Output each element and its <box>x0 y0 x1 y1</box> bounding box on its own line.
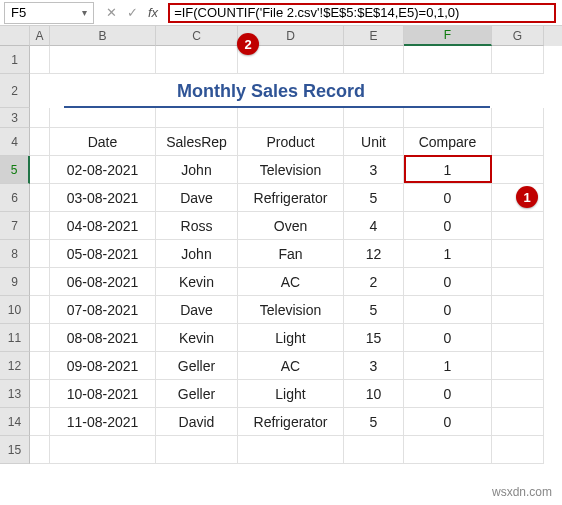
col-unit[interactable]: Unit <box>344 128 404 156</box>
check-icon[interactable]: ✓ <box>127 5 138 20</box>
cell-date[interactable] <box>50 436 156 464</box>
cell-compare[interactable]: 0 <box>404 324 492 352</box>
col-c[interactable]: C <box>156 26 238 46</box>
cell-unit[interactable]: 5 <box>344 408 404 436</box>
cell-unit[interactable]: 12 <box>344 240 404 268</box>
col-f[interactable]: F <box>404 26 492 46</box>
cell-unit[interactable]: 3 <box>344 156 404 184</box>
cell-rep[interactable]: Dave <box>156 184 238 212</box>
cell-rep[interactable]: Geller <box>156 352 238 380</box>
col-b[interactable]: B <box>50 26 156 46</box>
row-header[interactable]: 12 <box>0 352 30 380</box>
row-header[interactable]: 2 <box>0 74 30 108</box>
cell-empty[interactable] <box>492 212 544 240</box>
cell-rep[interactable] <box>156 436 238 464</box>
fx-icon[interactable]: fx <box>148 5 158 20</box>
cell-empty[interactable] <box>30 352 50 380</box>
cell-empty[interactable] <box>492 156 544 184</box>
cell-rep[interactable]: Kevin <box>156 324 238 352</box>
cell-empty[interactable] <box>30 436 50 464</box>
cell-compare[interactable]: 0 <box>404 268 492 296</box>
col-compare[interactable]: Compare <box>404 128 492 156</box>
name-box[interactable]: F5 ▾ <box>4 2 94 24</box>
cell-date[interactable]: 10-08-2021 <box>50 380 156 408</box>
cell-rep[interactable]: John <box>156 240 238 268</box>
cell-empty[interactable] <box>30 268 50 296</box>
cell-product[interactable]: AC <box>238 352 344 380</box>
cell-date[interactable]: 04-08-2021 <box>50 212 156 240</box>
cell-unit[interactable]: 5 <box>344 296 404 324</box>
cell-empty[interactable] <box>30 240 50 268</box>
row-header[interactable]: 15 <box>0 436 30 464</box>
row-header[interactable]: 13 <box>0 380 30 408</box>
cell-compare[interactable]: 0 <box>404 296 492 324</box>
cell-empty[interactable] <box>492 380 544 408</box>
cell-empty[interactable] <box>30 296 50 324</box>
col-date[interactable]: Date <box>50 128 156 156</box>
cell-product[interactable]: Television <box>238 296 344 324</box>
spreadsheet-grid[interactable]: A B C D E F G 1 2 Monthly Sales Record 3… <box>0 26 562 464</box>
cell-rep[interactable]: Kevin <box>156 268 238 296</box>
cell-rep[interactable]: Dave <box>156 296 238 324</box>
cell-empty[interactable] <box>30 212 50 240</box>
cell-rep[interactable]: Ross <box>156 212 238 240</box>
cell-compare[interactable]: 0 <box>404 184 492 212</box>
row-header[interactable]: 8 <box>0 240 30 268</box>
cell-product[interactable]: AC <box>238 268 344 296</box>
cell-empty[interactable] <box>492 436 544 464</box>
row-header[interactable]: 14 <box>0 408 30 436</box>
cell-compare[interactable]: 0 <box>404 380 492 408</box>
cell-empty[interactable] <box>492 268 544 296</box>
cell-empty[interactable] <box>492 240 544 268</box>
cell-date[interactable]: 03-08-2021 <box>50 184 156 212</box>
cell-unit[interactable]: 5 <box>344 184 404 212</box>
cell-compare[interactable]: 1 <box>404 156 492 184</box>
row-header[interactable]: 10 <box>0 296 30 324</box>
cell-rep[interactable]: John <box>156 156 238 184</box>
cell-date[interactable]: 02-08-2021 <box>50 156 156 184</box>
cell-compare[interactable]: 1 <box>404 240 492 268</box>
cell-unit[interactable]: 4 <box>344 212 404 240</box>
select-all[interactable] <box>0 26 30 46</box>
cell-date[interactable]: 11-08-2021 <box>50 408 156 436</box>
cell-unit[interactable]: 10 <box>344 380 404 408</box>
col-a[interactable]: A <box>30 26 50 46</box>
cell-compare[interactable] <box>404 436 492 464</box>
formula-input[interactable]: =IF(COUNTIF('File 2.csv'!$E$5:$E$14,E5)=… <box>168 3 556 23</box>
cell-unit[interactable] <box>344 436 404 464</box>
row-header[interactable]: 4 <box>0 128 30 156</box>
row-header[interactable]: 6 <box>0 184 30 212</box>
cell-date[interactable]: 07-08-2021 <box>50 296 156 324</box>
cell-empty[interactable] <box>492 352 544 380</box>
col-e[interactable]: E <box>344 26 404 46</box>
cell-date[interactable]: 06-08-2021 <box>50 268 156 296</box>
col-g[interactable]: G <box>492 26 544 46</box>
chevron-down-icon[interactable]: ▾ <box>82 7 87 18</box>
cell-empty[interactable] <box>30 408 50 436</box>
row-header[interactable]: 1 <box>0 46 30 74</box>
cell-empty[interactable] <box>30 156 50 184</box>
cell-date[interactable]: 09-08-2021 <box>50 352 156 380</box>
cell-product[interactable] <box>238 436 344 464</box>
cell-compare[interactable]: 0 <box>404 408 492 436</box>
cell-empty[interactable] <box>492 324 544 352</box>
row-header[interactable]: 3 <box>0 108 30 128</box>
cell-unit[interactable]: 2 <box>344 268 404 296</box>
cell-unit[interactable]: 15 <box>344 324 404 352</box>
cell-product[interactable]: Light <box>238 380 344 408</box>
cell-product[interactable]: Oven <box>238 212 344 240</box>
cell-product[interactable]: Light <box>238 324 344 352</box>
col-salesrep[interactable]: SalesRep <box>156 128 238 156</box>
row-header[interactable]: 11 <box>0 324 30 352</box>
cancel-icon[interactable]: ✕ <box>106 5 117 20</box>
cell-product[interactable]: Refrigerator <box>238 408 344 436</box>
cell-compare[interactable]: 1 <box>404 352 492 380</box>
cell-empty[interactable] <box>492 408 544 436</box>
row-header[interactable]: 7 <box>0 212 30 240</box>
row-header[interactable]: 5 <box>0 156 30 184</box>
cell-compare[interactable]: 0 <box>404 212 492 240</box>
cell-empty[interactable] <box>492 296 544 324</box>
cell-rep[interactable]: Geller <box>156 380 238 408</box>
col-product[interactable]: Product <box>238 128 344 156</box>
cell-empty[interactable] <box>30 184 50 212</box>
